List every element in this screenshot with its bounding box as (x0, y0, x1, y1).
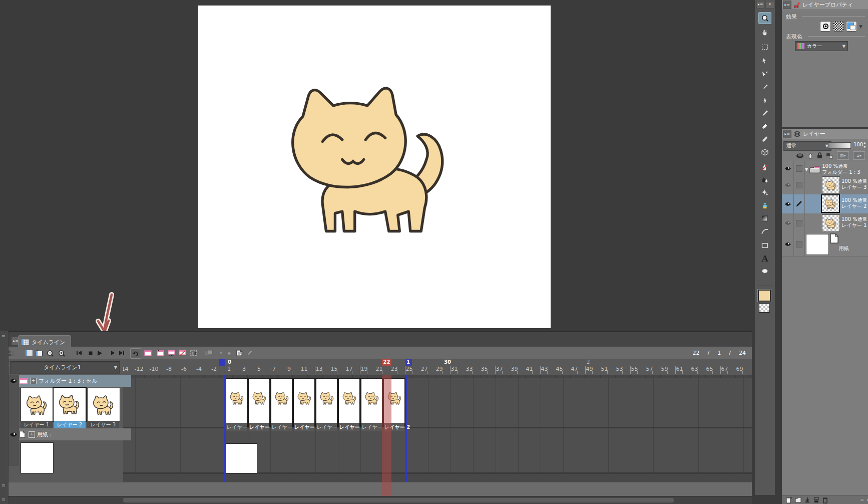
drawing-canvas[interactable] (198, 6, 551, 328)
rectangle-tool[interactable] (758, 239, 771, 251)
paper-thumbnail[interactable] (21, 442, 54, 473)
playback-end-line[interactable] (405, 375, 407, 482)
layer-thumbnail[interactable] (822, 214, 840, 232)
track-visibility-toggle[interactable] (8, 375, 20, 387)
border-effect-button[interactable] (820, 21, 831, 32)
panel-menu-icon[interactable]: ▸≡ (783, 1, 791, 9)
loop-button[interactable] (130, 348, 141, 359)
cel-link-button[interactable] (166, 348, 176, 358)
timeline-scrollbar[interactable]: ≡ (0, 496, 752, 504)
figure-3d-tool[interactable] (758, 146, 771, 158)
pen-tool[interactable] (758, 94, 771, 106)
layer-visibility-toggle[interactable] (782, 161, 794, 175)
playhead-band[interactable] (382, 375, 391, 496)
new-cel-star-button[interactable] (155, 348, 165, 358)
track-visibility-toggle[interactable] (8, 428, 20, 440)
mask-icon[interactable] (796, 153, 804, 158)
layer-check-cell[interactable] (793, 175, 805, 194)
gradient-tool[interactable] (758, 212, 771, 224)
animation-cel[interactable]: レイヤー 1 (225, 378, 248, 427)
object-tool[interactable] (758, 68, 771, 80)
ellipse-tool[interactable] (758, 265, 771, 277)
panel-menu-icon[interactable]: ▸≡ (783, 130, 791, 138)
paper-track-header[interactable]: +用紙 : (19, 428, 131, 440)
layer-thumbnail[interactable] (54, 388, 86, 421)
panel-grip-icon[interactable]: ≡ (2, 484, 6, 487)
effect-more-arrow-icon[interactable]: ▼ (859, 24, 862, 29)
film-page-button[interactable] (234, 348, 244, 358)
expand-icon[interactable]: + (29, 431, 35, 438)
skip-start-button[interactable] (74, 348, 84, 358)
layer-thumbnail[interactable] (21, 388, 54, 422)
timeline-view-button[interactable] (24, 348, 34, 358)
layer-row-paper[interactable]: 用紙 (782, 232, 868, 257)
text-tool[interactable]: A (758, 253, 771, 265)
animation-cel[interactable]: レイヤー 2 (293, 378, 315, 427)
tone-effect-button[interactable] (833, 21, 844, 32)
eyedropper-tool[interactable] (758, 81, 771, 93)
opacity-slider[interactable] (828, 142, 851, 149)
foreground-color-swatch[interactable] (758, 290, 771, 302)
zoom-tool[interactable] (758, 12, 771, 24)
layer-thumbnail[interactable] (822, 195, 839, 212)
pencil-tool[interactable] (758, 107, 771, 119)
animation-cel[interactable]: レイヤー 3 (270, 378, 293, 427)
layer-thumbnail-label[interactable]: レイヤー 2 (54, 421, 86, 428)
paper-thumbnail[interactable] (806, 234, 829, 255)
edit-pencil-button[interactable] (244, 348, 254, 358)
expand-icon[interactable]: + (30, 378, 37, 384)
new-layer-icon[interactable] (786, 497, 792, 503)
transparent-color-swatch[interactable] (759, 304, 770, 313)
blend-mode-select[interactable]: 通常 ▼ (783, 141, 831, 151)
new-cel-button[interactable] (143, 348, 153, 358)
zoom-in-button[interactable] (57, 348, 67, 358)
layer-visibility-toggle[interactable] (782, 175, 794, 194)
blend-tool[interactable] (758, 174, 771, 186)
checkbox[interactable] (796, 182, 802, 188)
layer-check-cell[interactable] (793, 161, 805, 175)
layer-check-cell[interactable] (793, 213, 805, 232)
layer-visibility-toggle[interactable] (782, 232, 794, 256)
panel-grip-icon[interactable]: ≡ (2, 498, 6, 501)
paper-cel[interactable] (225, 443, 257, 473)
move-tool[interactable] (758, 55, 771, 67)
layer-color-effect-button[interactable] (846, 21, 857, 32)
animation-cel[interactable]: レイヤー 1 (315, 378, 338, 427)
scrollbar-thumb[interactable] (123, 498, 674, 502)
layer-check-cell[interactable] (793, 232, 805, 256)
new-folder-icon[interactable] (795, 497, 801, 503)
expression-color-select[interactable]: カラー ▼ (795, 41, 848, 51)
checkbox[interactable] (796, 165, 802, 172)
layer-visibility-toggle[interactable] (782, 213, 794, 232)
layer-row-レイヤー1[interactable]: 100 %通常レイヤー 1 (782, 213, 868, 233)
cel-delete-button[interactable] (177, 348, 187, 358)
delete-layer-icon[interactable] (822, 497, 828, 503)
timeline-selector[interactable]: タイムライン1 ▼ (10, 361, 120, 374)
hand-tool[interactable] (758, 27, 771, 39)
stop-button[interactable] (86, 348, 96, 358)
airbrush-tool[interactable] (758, 161, 771, 173)
onion-skin-button[interactable] (204, 348, 214, 358)
layer-thumbnail[interactable] (822, 176, 840, 194)
animation-cel[interactable]: レイヤー 2 (338, 378, 360, 427)
layer-row-レイヤー3[interactable]: 100 %通常レイヤー 3 (782, 175, 868, 195)
curve-tool[interactable] (758, 225, 771, 237)
timeline-track-area[interactable]: レイヤー 1レイヤー 2レイヤー 3レイヤー 2レイヤー 1レイヤー 2レイヤー… (123, 375, 752, 482)
merge-down-icon[interactable] (813, 497, 819, 503)
skip-end-button[interactable] (116, 348, 126, 358)
brush-tool[interactable] (758, 133, 771, 145)
checkbox[interactable] (796, 220, 802, 226)
folder-track-header[interactable]: +フォルダー 1 : 3 : セル (19, 375, 131, 387)
panel-grip-icon[interactable]: ≡ (860, 498, 864, 502)
layer-check-cell[interactable] (793, 194, 805, 213)
panel-options-icon[interactable]: ▾ (765, 1, 774, 9)
animation-cel[interactable]: レイヤー 2 (248, 378, 270, 427)
zoom-out-button[interactable] (45, 348, 55, 358)
keyframe-diamond-button[interactable] (224, 348, 234, 358)
marquee-tool[interactable] (758, 41, 771, 53)
panel-menu-icon[interactable]: ▸≡ (756, 1, 764, 9)
lock-icon[interactable] (817, 152, 822, 159)
collapse-arrow-icon[interactable]: ▼ (805, 167, 808, 172)
layer-row-レイヤー2[interactable]: 100 %通常レイヤー 2 (782, 194, 868, 214)
lock-alpha-icon[interactable] (826, 152, 833, 159)
